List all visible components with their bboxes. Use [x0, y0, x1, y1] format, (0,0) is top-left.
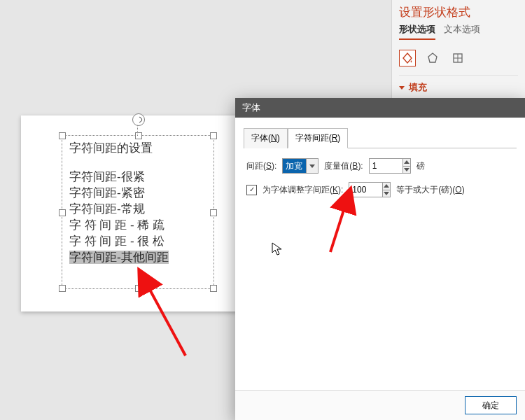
kerning-tail: 等于或大于(磅)(O) — [396, 184, 464, 196]
pane-icon-row — [392, 40, 525, 72]
resize-handle-s[interactable] — [135, 285, 142, 292]
textbox-line: 字 符 间 距 - 稀 疏 — [69, 217, 206, 233]
metric-spinner[interactable] — [369, 158, 411, 174]
resize-handle-w[interactable] — [59, 209, 66, 216]
resize-handle-n[interactable] — [135, 132, 142, 139]
textbox-title: 字符间距的设置 — [69, 140, 206, 156]
dialog-titlebar[interactable]: 字体 — [235, 98, 525, 118]
kerning-input[interactable] — [349, 183, 382, 197]
resize-handle-ne[interactable] — [210, 132, 217, 139]
size-properties-icon[interactable] — [449, 50, 466, 66]
dialog-body: 间距(S): 加宽 度量值(B): 磅 ✓ 为字体调整字间距(K): — [235, 148, 525, 216]
textbox-line-selected: 字符间距-其他间距 — [69, 249, 206, 265]
dialog-title: 字体 — [242, 102, 260, 114]
fill-line-icon[interactable] — [399, 50, 416, 66]
textbox-line: 字符间距-常规 — [69, 201, 206, 217]
combo-arrow-icon[interactable] — [306, 159, 318, 173]
effects-icon[interactable] — [424, 50, 441, 66]
pane-title: 设置形状格式 — [392, 0, 525, 23]
resize-handle-nw[interactable] — [59, 132, 66, 139]
resize-handle-sw[interactable] — [59, 285, 66, 292]
kerning-checkbox[interactable]: ✓ — [246, 185, 257, 195]
kerning-spinner[interactable] — [349, 182, 391, 197]
spin-up-icon[interactable] — [383, 183, 390, 190]
caret-down-icon — [399, 86, 405, 90]
textbox-content[interactable]: 字符间距的设置 字符间距-很紧 字符间距-紧密 字符间距-常规 字 符 间 距 … — [69, 140, 206, 284]
dialog-footer: 确定 — [235, 390, 525, 420]
rotate-handle-icon[interactable] — [132, 113, 145, 126]
metric-input[interactable] — [370, 159, 402, 173]
textbox-line: 字 符 间 距 - 很 松 — [69, 233, 206, 249]
ok-button[interactable]: 确定 — [465, 396, 517, 414]
spin-down-icon[interactable] — [383, 190, 390, 197]
tab-font[interactable]: 字体(N) — [244, 128, 288, 148]
resize-handle-se[interactable] — [210, 285, 217, 292]
dialog-tabs: 字体(N) 字符间距(R) — [235, 118, 525, 148]
svg-marker-0 — [428, 53, 437, 62]
spin-down-icon[interactable] — [403, 166, 410, 174]
spacing-label: 间距(S): — [246, 160, 276, 172]
spin-up-icon[interactable] — [403, 159, 410, 166]
font-dialog: 字体 字体(N) 字符间距(R) 间距(S): 加宽 度量值(B): — [235, 98, 525, 420]
resize-handle-e[interactable] — [210, 209, 217, 216]
kerning-label: 为字体调整字间距(K): — [262, 184, 343, 196]
textbox-selection-frame[interactable]: 字符间距的设置 字符间距-很紧 字符间距-紧密 字符间距-常规 字 符 间 距 … — [62, 135, 214, 289]
section-fill-label: 填充 — [409, 81, 427, 94]
spacing-value: 加宽 — [283, 159, 306, 173]
tab-spacing[interactable]: 字符间距(R) — [288, 128, 349, 148]
textbox-line: 字符间距-很紧 — [69, 169, 206, 185]
tab-text-options[interactable]: 文本选项 — [444, 23, 480, 40]
textbox-line: 字符间距-紧密 — [69, 185, 206, 201]
tab-shape-options[interactable]: 形状选项 — [399, 23, 435, 40]
metric-label: 度量值(B): — [324, 160, 363, 172]
spacing-combo[interactable]: 加宽 — [282, 158, 318, 174]
section-fill[interactable]: 填充 — [392, 76, 525, 94]
metric-unit: 磅 — [416, 160, 425, 172]
rotate-connector — [137, 125, 139, 136]
pane-tabs: 形状选项 文本选项 — [392, 23, 525, 40]
